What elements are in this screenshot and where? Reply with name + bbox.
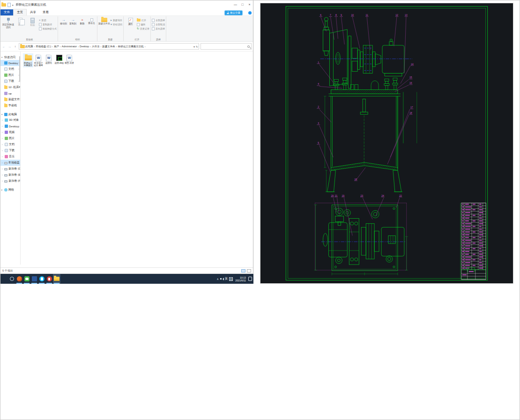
sidebar-section-this-pc[interactable]: ▾ 此电脑: [0, 111, 20, 117]
collapse-icon[interactable]: ▾: [1, 56, 3, 59]
sidebar-item[interactable]: 文档 •: [0, 66, 20, 72]
file-item[interactable]: 舜耕化江豆瓣酱压豆机: [23, 53, 33, 67]
sidebar-item[interactable]: 学霸线 •: [0, 103, 20, 109]
breadcrumb-segment[interactable]: 大作业 ›: [92, 45, 102, 48]
maximize-button[interactable]: □: [239, 0, 246, 8]
file-item[interactable]: 模型.目录: [64, 53, 74, 65]
minimize-button[interactable]: —: [232, 0, 239, 8]
taskbar-app-button[interactable]: [45, 274, 53, 284]
sidebar-item[interactable]: › 音乐: [0, 154, 20, 160]
sidebar-item[interactable]: Desktop •: [0, 60, 20, 66]
expand-icon[interactable]: ›: [2, 137, 4, 140]
back-icon[interactable]: ←: [2, 45, 6, 48]
qat-customize-icon[interactable]: ▾: [12, 4, 14, 7]
ime-mode-icon[interactable]: 图: [229, 277, 233, 281]
collapse-icon[interactable]: ▾: [1, 113, 3, 116]
breadcrumb-segment[interactable]: 本地磁盘 (C:) ›: [36, 45, 53, 48]
details-view-toggle[interactable]: [241, 269, 245, 273]
file-item[interactable]: 说明书: [44, 53, 54, 65]
forward-icon[interactable]: →: [7, 45, 12, 48]
taskbar-app-button[interactable]: [38, 274, 45, 284]
taskbar-app-button[interactable]: [15, 274, 23, 284]
expand-icon[interactable]: ›: [2, 174, 3, 176]
expand-icon[interactable]: ›: [2, 131, 4, 133]
taskbar-app-button[interactable]: [30, 274, 38, 284]
copy-to-button[interactable]: → 复制到: [68, 17, 77, 25]
clock[interactable]: 10:13 2021/6/11: [234, 276, 247, 282]
help-icon[interactable]: [248, 11, 252, 15]
tab-file[interactable]: 文件: [0, 9, 13, 15]
paste-shortcut-button[interactable]: 粘贴快捷方式: [39, 27, 57, 30]
sidebar-scrollbar[interactable]: [19, 56, 20, 82]
refresh-icon[interactable]: ↻: [196, 45, 198, 48]
taskbar-app-button[interactable]: [53, 274, 60, 284]
hidden-icons-chevron-icon[interactable]: ∧: [216, 277, 218, 280]
sidebar-item[interactable]: › 新加卷 (D:): [0, 166, 20, 172]
history-button[interactable]: ↻ 历史记录: [137, 27, 149, 30]
volume-icon[interactable]: [220, 277, 223, 280]
breadcrumb-segment[interactable]: 此电脑 ›: [25, 45, 35, 48]
expand-icon[interactable]: ›: [2, 119, 4, 121]
sidebar-item[interactable]: › 下载: [0, 147, 20, 154]
sidebar-item[interactable]: › 新加卷 (E:): [0, 172, 20, 178]
taskbar-app-button[interactable]: [0, 274, 8, 284]
easy-access-button[interactable]: ▾ 轻松访问: [111, 22, 122, 26]
expand-icon[interactable]: ›: [2, 180, 3, 182]
tab-share[interactable]: 共享: [27, 9, 39, 15]
taskbar-app-button[interactable]: [8, 274, 15, 284]
new-item-button[interactable]: ▸ 新建项目: [111, 18, 122, 22]
search-input[interactable]: [201, 43, 252, 50]
delete-button[interactable]: × 删除: [78, 17, 87, 25]
pin-to-quick-access-button[interactable]: 固定到快速访问: [2, 17, 14, 29]
sidebar-item[interactable]: 图片 •: [0, 72, 20, 78]
expand-icon[interactable]: ›: [2, 168, 3, 170]
sidebar-item[interactable]: › 视频: [0, 129, 20, 135]
address-dropdown-icon[interactable]: ▾: [193, 45, 195, 48]
open-button[interactable]: 打开: [137, 18, 149, 22]
thumbnail-view-toggle[interactable]: [247, 269, 251, 273]
taskbar-app-button[interactable]: [23, 274, 30, 284]
expand-icon[interactable]: ›: [2, 162, 3, 164]
new-folder-button[interactable]: 新建文件夹: [98, 17, 110, 25]
edit-button[interactable]: 编辑: [137, 22, 149, 26]
paste-button[interactable]: 粘贴: [27, 17, 38, 27]
breadcrumb-segment[interactable]: 新建文件夹 ›: [102, 45, 117, 48]
sidebar-item[interactable]: › 文档: [0, 141, 20, 147]
expand-icon[interactable]: ›: [2, 143, 4, 146]
sidebar-item[interactable]: 新建文件夹 •: [0, 96, 20, 103]
sidebar-section-network[interactable]: ▸ 网络: [0, 187, 20, 192]
sidebar-item[interactable]: › 3D 对象: [0, 117, 20, 123]
cloud-share-button[interactable]: 微云分享: [224, 10, 243, 15]
breadcrumb-segment[interactable]: Administrator ›: [62, 45, 79, 48]
expand-icon[interactable]: ›: [2, 149, 4, 152]
expand-icon[interactable]: ▸: [1, 189, 3, 191]
sidebar-item[interactable]: 12- 机床PLC (2M •: [0, 84, 20, 90]
qat-properties-icon[interactable]: [7, 3, 11, 7]
expand-icon[interactable]: ›: [2, 155, 4, 158]
expand-icon[interactable]: ›: [2, 125, 4, 127]
copy-path-button[interactable]: 复制路径: [39, 22, 57, 26]
select-all-button[interactable]: 全部选择: [152, 18, 165, 22]
breadcrumb-segment[interactable]: 用户 ›: [54, 45, 61, 48]
tab-view[interactable]: 查看: [39, 9, 52, 15]
address-bar[interactable]: 此电脑 › 本地磁盘 (C:) › 用户 ›: [19, 43, 199, 50]
sidebar-item[interactable]: › 新加卷 (F:): [0, 178, 20, 184]
cad-drawing-viewer[interactable]: 6789101112131423514151617181820211923242…: [260, 3, 513, 284]
copy-button[interactable]: 复制: [15, 17, 26, 26]
sidebar-item[interactable]: rar •: [0, 90, 20, 96]
file-item[interactable]: 说明.dwg: [54, 53, 64, 65]
select-none-button[interactable]: 全部取消: [152, 22, 165, 26]
up-icon[interactable]: ↑: [13, 45, 17, 48]
properties-button[interactable]: ✓ 属性: [125, 17, 136, 26]
breadcrumb-segment[interactable]: 舜耕化江豆瓣酱压豆机 ›: [118, 45, 146, 48]
tab-home[interactable]: 主页: [13, 9, 27, 15]
breadcrumb-segment[interactable]: Desktop ›: [80, 45, 91, 48]
sidebar-item[interactable]: › 图片: [0, 135, 20, 141]
cut-button[interactable]: × 剪切: [39, 18, 57, 22]
sidebar-item[interactable]: › 本地磁盘 (C:): [0, 160, 20, 166]
invert-selection-button[interactable]: 反向选择: [152, 27, 165, 30]
move-to-button[interactable]: → 移动到: [59, 17, 68, 25]
action-center-icon[interactable]: [248, 277, 252, 281]
sidebar-item[interactable]: 下载 •: [0, 78, 20, 84]
ime-language-indicator[interactable]: 英: [225, 277, 228, 281]
